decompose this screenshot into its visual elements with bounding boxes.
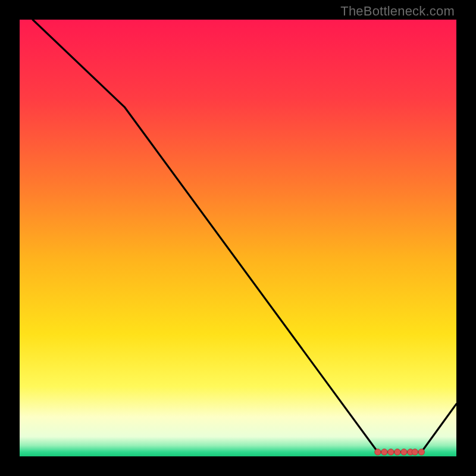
optimal-marker	[388, 449, 394, 455]
curve-line	[33, 20, 456, 452]
chart-svg	[20, 20, 456, 456]
optimal-range-markers	[375, 449, 425, 455]
optimal-marker	[375, 449, 381, 455]
optimal-marker	[381, 449, 387, 455]
watermark-text: TheBottleneck.com	[340, 4, 455, 19]
optimal-marker	[401, 449, 407, 455]
optimal-marker	[394, 449, 400, 455]
optimal-marker	[412, 449, 418, 455]
optimal-marker	[418, 449, 424, 455]
plot-area	[20, 20, 456, 456]
